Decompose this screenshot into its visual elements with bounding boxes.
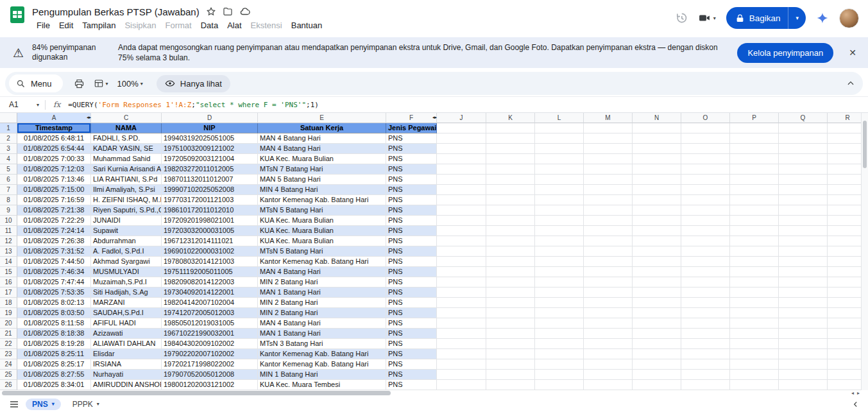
cell-P2[interactable] xyxy=(730,133,779,144)
cell-E22[interactable]: MTsN 3 Batang Hari xyxy=(258,339,386,349)
cell-Q8[interactable] xyxy=(779,195,828,205)
cell-K23[interactable] xyxy=(486,349,535,359)
row-header-11[interactable]: 11 xyxy=(0,226,17,236)
cell-Q11[interactable] xyxy=(779,226,828,236)
cell-J10[interactable] xyxy=(437,216,486,226)
cell-D19[interactable]: 197412072005012003 xyxy=(162,308,258,318)
cell-P15[interactable] xyxy=(730,267,779,277)
cell-D4[interactable]: 197205092003121004 xyxy=(162,154,258,164)
cell-Q18[interactable] xyxy=(779,298,828,308)
chevron-down-icon[interactable]: ▾ xyxy=(37,102,39,108)
print-button[interactable] xyxy=(69,74,89,92)
cell-J6[interactable] xyxy=(437,175,486,185)
scrollbar-arrows[interactable]: ◂▸ xyxy=(851,390,863,396)
cell-D21[interactable]: 196710221990032001 xyxy=(162,329,258,339)
cell-J9[interactable] xyxy=(437,205,486,216)
cell-K21[interactable] xyxy=(486,329,535,339)
cell-A21[interactable]: 01/08/2025 8:18:38 xyxy=(17,329,91,339)
cell-E18[interactable]: MIN 2 Batang Hari xyxy=(258,298,386,308)
cell-E2[interactable]: MAN 4 Batang Hari xyxy=(258,133,386,144)
column-header-O[interactable]: O xyxy=(681,113,730,123)
cell-F20[interactable]: PNS xyxy=(386,318,437,329)
cell-Q26[interactable] xyxy=(779,380,828,390)
cell-C2[interactable]: FADHLI, S.PD. xyxy=(91,133,162,144)
cell-D22[interactable]: 198404302009102002 xyxy=(162,339,258,349)
cell-J12[interactable] xyxy=(437,236,486,246)
manage-storage-button[interactable]: Kelola penyimpanan xyxy=(737,43,833,63)
cell-K24[interactable] xyxy=(486,359,535,370)
cell-L23[interactable] xyxy=(535,349,584,359)
cell-N21[interactable] xyxy=(633,329,681,339)
cell-Q14[interactable] xyxy=(779,257,828,267)
cell-K8[interactable] xyxy=(486,195,535,205)
vertical-scrollbar-thumb[interactable] xyxy=(863,121,867,168)
cell-K5[interactable] xyxy=(486,164,535,175)
cell-M10[interactable] xyxy=(584,216,633,226)
cell-L3[interactable] xyxy=(535,144,584,154)
cell-F22[interactable]: PNS xyxy=(386,339,437,349)
cell-K16[interactable] xyxy=(486,277,535,288)
cell-D26[interactable]: 198001202003121002 xyxy=(162,380,258,390)
cell-F21[interactable]: PNS xyxy=(386,329,437,339)
cell-P25[interactable] xyxy=(730,370,779,380)
cell-A26[interactable]: 01/08/2025 8:34:01 xyxy=(17,380,91,390)
cell-O5[interactable] xyxy=(681,164,730,175)
cell-K18[interactable] xyxy=(486,298,535,308)
cell-P16[interactable] xyxy=(730,277,779,288)
cell-P19[interactable] xyxy=(730,308,779,318)
cell-P21[interactable] xyxy=(730,329,779,339)
row-header-19[interactable]: 19 xyxy=(0,308,17,318)
cell-E13[interactable]: MTsN 5 Batang Hari xyxy=(258,246,386,257)
cell-A1[interactable]: Timestamp xyxy=(17,123,91,133)
cell-M20[interactable] xyxy=(584,318,633,329)
cell-O7[interactable] xyxy=(681,185,730,195)
cell-F16[interactable]: PNS xyxy=(386,277,437,288)
menu-format[interactable]: Format xyxy=(161,19,196,31)
cell-N10[interactable] xyxy=(633,216,681,226)
cell-L15[interactable] xyxy=(535,267,584,277)
formula-input[interactable]: =QUERY('Form Responses 1'!A:Z;"select * … xyxy=(68,101,319,109)
cell-M8[interactable] xyxy=(584,195,633,205)
cell-F2[interactable]: PNS xyxy=(386,133,437,144)
cell-E14[interactable]: Kantor Kemenag Kab. Batang Hari xyxy=(258,257,386,267)
cell-D12[interactable]: 196712312014111021 xyxy=(162,236,258,246)
cell-O10[interactable] xyxy=(681,216,730,226)
cell-K12[interactable] xyxy=(486,236,535,246)
cell-A8[interactable]: 01/08/2025 7:16:59 xyxy=(17,195,91,205)
menu-data[interactable]: Data xyxy=(196,19,223,31)
cell-N8[interactable] xyxy=(633,195,681,205)
cell-D23[interactable]: 197902202007102002 xyxy=(162,349,258,359)
cell-K11[interactable] xyxy=(486,226,535,236)
column-header-C[interactable]: C xyxy=(91,113,162,123)
column-header-L[interactable]: L xyxy=(535,113,584,123)
cell-C17[interactable]: Siti Hadijah, S.Ag xyxy=(91,288,162,298)
cell-A9[interactable]: 01/08/2025 7:21:38 xyxy=(17,205,91,216)
cell-J20[interactable] xyxy=(437,318,486,329)
row-header-22[interactable]: 22 xyxy=(0,339,17,349)
cell-F12[interactable]: PNS xyxy=(386,236,437,246)
row-header-4[interactable]: 4 xyxy=(0,154,17,164)
cell-C25[interactable]: Nurhayati xyxy=(91,370,162,380)
cell-E24[interactable]: Kantor Kemenag Kab. Batang Hari xyxy=(258,359,386,370)
cell-P1[interactable] xyxy=(730,123,779,133)
cell-A18[interactable]: 01/08/2025 8:02:13 xyxy=(17,298,91,308)
cell-O23[interactable] xyxy=(681,349,730,359)
cell-P17[interactable] xyxy=(730,288,779,298)
cell-N5[interactable] xyxy=(633,164,681,175)
row-header-9[interactable]: 9 xyxy=(0,205,17,216)
share-dropdown-icon[interactable]: ▾ xyxy=(788,15,806,21)
cell-D14[interactable]: 197808032014121003 xyxy=(162,257,258,267)
cell-F25[interactable]: PNS xyxy=(386,370,437,380)
cell-L20[interactable] xyxy=(535,318,584,329)
cell-C24[interactable]: IRSIANA xyxy=(91,359,162,370)
cell-E5[interactable]: MTsN 7 Batang Hari xyxy=(258,164,386,175)
cell-Q9[interactable] xyxy=(779,205,828,216)
hidden-columns-marker[interactable]: ◂▸ xyxy=(432,115,437,120)
cell-F4[interactable]: PNS xyxy=(386,154,437,164)
cell-A14[interactable]: 01/08/2025 7:44:50 xyxy=(17,257,91,267)
cell-O18[interactable] xyxy=(681,298,730,308)
cell-N7[interactable] xyxy=(633,185,681,195)
menu-alat[interactable]: Alat xyxy=(223,19,246,31)
column-header-N[interactable]: N xyxy=(633,113,681,123)
cell-L22[interactable] xyxy=(535,339,584,349)
